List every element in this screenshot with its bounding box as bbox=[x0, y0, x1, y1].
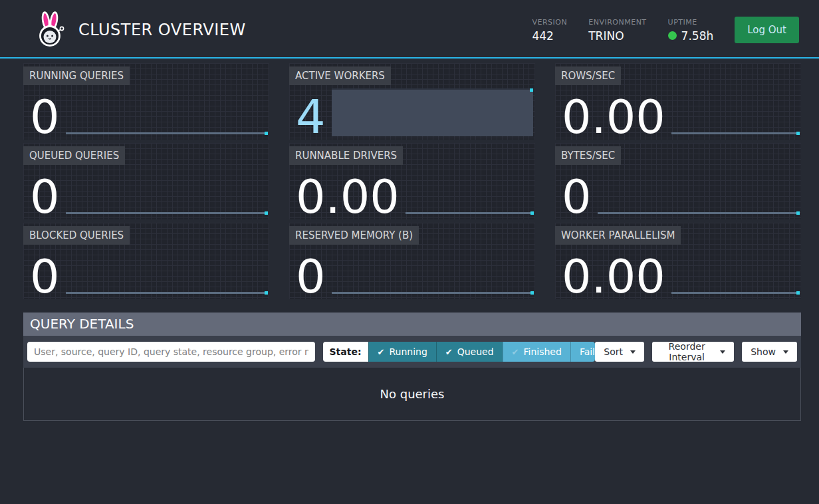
metric-label: BLOCKED QUERIES bbox=[23, 226, 130, 245]
spark-point-icon bbox=[796, 132, 800, 135]
environment-value: TRINO bbox=[588, 29, 646, 43]
reorder-interval-dropdown[interactable]: Reorder Interval bbox=[652, 342, 734, 362]
sparkline bbox=[66, 212, 267, 214]
caret-down-icon bbox=[630, 350, 636, 354]
spark-point-icon bbox=[265, 132, 268, 135]
state-filter-group: State: ✔ Running ✔ Queued ✔ Finished Fai… bbox=[323, 342, 596, 362]
query-toolbar: State: ✔ Running ✔ Queued ✔ Finished Fai… bbox=[23, 336, 801, 368]
metric-value: 0 bbox=[296, 258, 326, 296]
sparkline bbox=[406, 212, 533, 214]
metric-card-active-workers: ACTIVE WORKERS 4 bbox=[289, 63, 535, 140]
sparkline bbox=[66, 132, 267, 134]
query-search-input[interactable] bbox=[27, 342, 315, 362]
meta-uptime: UPTIME 7.58h bbox=[668, 18, 714, 43]
metric-card-reserved-memory: RESERVED MEMORY (B) 0 bbox=[289, 223, 535, 299]
metric-value: 0.00 bbox=[562, 258, 665, 296]
trino-bunny-logo bbox=[33, 11, 68, 49]
uptime-value: 7.58h bbox=[681, 29, 714, 43]
active-workers-link[interactable]: 4 bbox=[296, 98, 326, 136]
check-icon: ✔ bbox=[512, 347, 519, 357]
meta-environment: ENVIRONMENT TRINO bbox=[588, 18, 646, 43]
metric-card-blocked-queries: BLOCKED QUERIES 0 bbox=[23, 223, 269, 299]
spark-point-icon bbox=[265, 211, 268, 215]
metric-label: ROWS/SEC bbox=[555, 66, 621, 85]
metric-label: RUNNING QUERIES bbox=[23, 66, 130, 85]
spark-point-icon bbox=[265, 291, 268, 295]
sparkline-area bbox=[332, 88, 533, 136]
uptime-status-icon bbox=[668, 31, 677, 40]
metric-label: QUEUED QUERIES bbox=[23, 146, 125, 165]
sort-dropdown[interactable]: Sort bbox=[595, 342, 644, 362]
spark-point-icon bbox=[796, 211, 800, 215]
metric-value: 0 bbox=[30, 178, 60, 216]
metric-value: 0.00 bbox=[296, 178, 400, 216]
uptime-label: UPTIME bbox=[668, 18, 714, 27]
caret-down-icon bbox=[720, 350, 725, 354]
sparkline bbox=[598, 212, 799, 214]
version-label: VERSION bbox=[532, 18, 567, 27]
query-list-panel: No queries bbox=[23, 368, 801, 421]
query-details-title: QUERY DETAILS bbox=[23, 313, 801, 336]
page-title: CLUSTER OVERVIEW bbox=[78, 21, 246, 39]
metric-value: 0 bbox=[562, 178, 592, 216]
metric-label: BYTES/SEC bbox=[555, 146, 621, 165]
caret-down-icon bbox=[783, 350, 788, 354]
metric-label: ACTIVE WORKERS bbox=[289, 66, 391, 85]
metric-card-runnable-drivers: RUNNABLE DRIVERS 0.00 bbox=[289, 143, 535, 219]
show-dropdown[interactable]: Show bbox=[742, 342, 797, 362]
metric-label: RUNNABLE DRIVERS bbox=[289, 146, 403, 165]
state-filter-failed-dropdown[interactable]: Failed bbox=[570, 342, 595, 362]
metric-card-bytes-sec: BYTES/SEC 0 bbox=[555, 143, 801, 219]
check-icon: ✔ bbox=[378, 347, 385, 357]
metric-label: WORKER PARALLELISM bbox=[555, 226, 681, 245]
spark-point-icon bbox=[530, 291, 534, 295]
check-icon: ✔ bbox=[445, 347, 453, 357]
sparkline bbox=[332, 292, 533, 294]
metric-card-running-queries: RUNNING QUERIES 0 bbox=[23, 63, 269, 140]
metrics-grid: RUNNING QUERIES 0 ACTIVE WORKERS 4 ROWS/… bbox=[23, 63, 801, 299]
state-filter-queued[interactable]: ✔ Queued bbox=[436, 342, 503, 362]
sparkline bbox=[671, 132, 799, 134]
state-filter-finished[interactable]: ✔ Finished bbox=[503, 342, 570, 362]
metric-value: 0 bbox=[30, 98, 60, 136]
metric-value: 0.00 bbox=[562, 98, 665, 136]
environment-label: ENVIRONMENT bbox=[588, 18, 646, 27]
header: CLUSTER OVERVIEW VERSION 442 ENVIRONMENT… bbox=[0, 0, 819, 59]
logout-button[interactable]: Log Out bbox=[735, 17, 799, 43]
spark-point-icon bbox=[530, 211, 534, 215]
sparkline bbox=[66, 292, 267, 294]
meta-version: VERSION 442 bbox=[532, 18, 567, 43]
sparkline bbox=[671, 292, 799, 294]
empty-queries-message: No queries bbox=[380, 387, 445, 401]
spark-point-icon bbox=[796, 291, 800, 295]
metric-card-worker-parallelism: WORKER PARALLELISM 0.00 bbox=[555, 223, 801, 299]
version-value: 442 bbox=[532, 29, 567, 43]
metric-card-rows-sec: ROWS/SEC 0.00 bbox=[555, 63, 801, 140]
state-filter-label: State: bbox=[323, 342, 368, 362]
query-details-section: QUERY DETAILS State: ✔ Running ✔ Queued … bbox=[23, 313, 801, 421]
state-filter-running[interactable]: ✔ Running bbox=[368, 342, 436, 362]
metric-value: 0 bbox=[30, 258, 60, 296]
metric-label: RESERVED MEMORY (B) bbox=[289, 226, 419, 245]
cluster-meta: VERSION 442 ENVIRONMENT TRINO UPTIME 7.5… bbox=[532, 18, 713, 43]
spark-point-icon bbox=[530, 88, 533, 92]
metric-card-queued-queries: QUEUED QUERIES 0 bbox=[23, 143, 269, 219]
